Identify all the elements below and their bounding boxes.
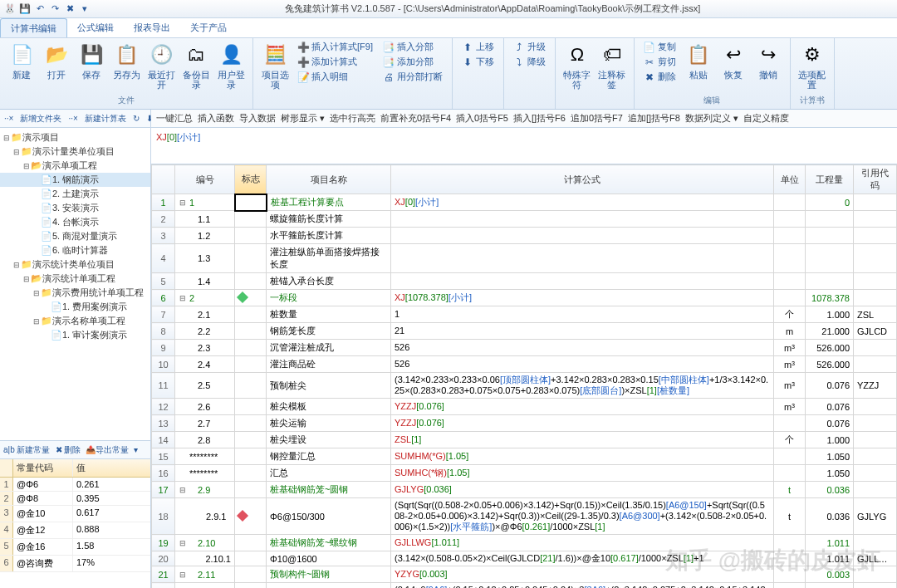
tree-node[interactable]: ⊟📁演示费用统计单项工程 — [0, 286, 150, 300]
ribbon-small-button[interactable]: ➕插入计算式[F9] — [296, 40, 375, 54]
ribbon-small-button[interactable]: ✖删除 — [642, 70, 678, 84]
const-row[interactable]: 3@金100.617 — [0, 506, 150, 522]
saveas-button[interactable]: 📋另存为 — [110, 40, 143, 81]
backup-button[interactable]: 🗂备份目录 — [179, 40, 213, 91]
tree-node[interactable]: 📄1. 钢筋演示 — [0, 173, 150, 187]
open-button[interactable]: 📂打开 — [40, 40, 73, 81]
qat-save-icon[interactable]: 💾 — [18, 2, 32, 16]
ribbon-small-button[interactable]: ⬆上移 — [460, 40, 496, 54]
qat-more-icon[interactable]: ▾ — [78, 2, 91, 16]
login-button[interactable]: 👤用户登录 — [214, 40, 248, 91]
tree-twisty-icon[interactable]: ⊟ — [2, 134, 11, 142]
tree-node[interactable]: 📄4. 台帐演示 — [0, 215, 150, 229]
table-row[interactable]: 41.3灌注桩纵筋单面搭接焊搭接长度 — [152, 244, 897, 273]
tree-twisty-icon[interactable]: ⊟ — [12, 148, 21, 156]
toolbar-button[interactable]: 导入数据 — [239, 112, 276, 125]
table-row[interactable]: 182.9.1Φ6@150/300(Sqrt(Sqr((0.508-2×0.05… — [152, 498, 897, 535]
ribbon-small-button[interactable]: ➕添加计算式 — [296, 55, 375, 69]
special-char-button[interactable]: Ω特殊字符 — [561, 40, 594, 91]
grid-header[interactable]: 编号 — [175, 165, 235, 194]
recent-button[interactable]: 🕘最近打开 — [145, 40, 178, 91]
sidebar-tab-button[interactable]: ··× — [66, 114, 80, 123]
sidebar-tab-button[interactable]: ··× — [2, 114, 16, 123]
tree-node[interactable]: ⊟📁演示统计类单位项目 — [0, 257, 150, 272]
grid-header[interactable]: 项目名称 — [267, 165, 391, 194]
table-row[interactable]: 92.3沉管灌注桩成孔526m³526.000 — [152, 340, 897, 356]
row-twisty-icon[interactable]: ⊟ — [179, 198, 187, 207]
row-twisty-icon[interactable]: ⊟ — [179, 571, 187, 579]
table-row[interactable]: 142.8桩尖埋设ZSL[1]个1.000 — [152, 432, 897, 448]
sidebar-tab-button[interactable]: ↻ — [130, 114, 142, 123]
qat-redo-icon[interactable]: ↷ — [48, 2, 61, 16]
tree-twisty-icon[interactable]: ⊟ — [22, 275, 31, 283]
sidebar-tab-button[interactable]: 新建计算表 — [82, 113, 129, 125]
const-row[interactable]: 1@Φ60.261 — [0, 478, 150, 492]
ribbon-small-button[interactable]: ⤵降级 — [512, 55, 547, 69]
tree-twisty-icon[interactable]: ⊟ — [22, 162, 31, 170]
toolbar-button[interactable]: 自定义精度 — [743, 112, 789, 125]
tree-node[interactable]: ⊟📂演示统计单项工程 — [0, 272, 150, 286]
table-row[interactable]: 19⊟2.10桩基础钢筋笼~螺纹钢GJLLWG[1.011]1.011 — [152, 535, 897, 551]
toolbar-button[interactable]: 数据列定义 ▾ — [685, 112, 738, 125]
table-row[interactable]: 51.4桩锚入承台长度 — [152, 273, 897, 290]
menu-tab[interactable]: 报表导出 — [124, 18, 180, 37]
table-row[interactable]: 1⊟1桩基工程计算要点XJ[0][小计]0 — [152, 194, 897, 211]
const-row[interactable]: 4@金120.888 — [0, 522, 150, 539]
tree-node[interactable]: ⊟📁演示名称单项工程 — [0, 314, 150, 328]
redo2-button[interactable]: ↩恢复 — [717, 40, 750, 81]
table-row[interactable]: 72.1桩数量1个1.000ZSL — [152, 306, 897, 323]
const-row[interactable]: 2@Φ80.395 — [0, 492, 150, 506]
tree-node[interactable]: ⊟📁演示计量类单位项目 — [0, 145, 150, 159]
grid-header[interactable]: 工程量 — [806, 165, 854, 194]
toolbar-button[interactable]: 插入0括号F5 — [456, 112, 508, 125]
table-row[interactable]: 15********钢控量汇总SUMHM(*G)[1.05]1.050 — [152, 448, 897, 465]
tree-node[interactable]: ⊟📁演示项目 — [0, 130, 150, 145]
options-button[interactable]: ⚙选项配置 — [796, 40, 829, 91]
undo2-button[interactable]: ↪撤销 — [752, 40, 785, 81]
qat-close-icon[interactable]: ✖ — [63, 2, 76, 16]
table-row[interactable]: 102.4灌注商品砼526m³526.000 — [152, 356, 897, 373]
ribbon-small-button[interactable]: 📑插入分部 — [381, 40, 444, 54]
toolbar-button[interactable]: 一键汇总 — [156, 112, 193, 125]
ribbon-small-button[interactable]: 🖨用分部打断 — [381, 70, 444, 84]
table-row[interactable]: 17⊟2.9桩基础钢筋笼~圆钢GJLYG[0.036]t0.036 — [152, 482, 897, 498]
tree-twisty-icon[interactable]: ⊟ — [32, 317, 41, 326]
grid-header[interactable]: 引用代码 — [854, 165, 897, 194]
table-row[interactable]: 122.6桩尖模板YZZJ[0.076]m³0.076 — [152, 399, 897, 415]
toolbar-button[interactable]: 选中行高亮 — [330, 112, 375, 125]
export-const-button[interactable]: 📤导出常量 — [86, 444, 129, 456]
toolbar-button[interactable]: 追加0括号F7 — [571, 112, 623, 125]
menu-tab[interactable]: 计算书编辑 — [0, 18, 67, 37]
menu-tab[interactable]: 关于产品 — [180, 18, 237, 37]
row-twisty-icon[interactable]: ⊟ — [179, 294, 187, 302]
row-twisty-icon[interactable]: ⊟ — [179, 486, 187, 494]
toolbar-button[interactable]: 插入函数 — [198, 112, 234, 125]
const-row[interactable]: 5@金161.58 — [0, 539, 150, 556]
table-row[interactable]: 222.11.1Φ6(0.14×9[9A6]+(0.15+0.12+0.25+0… — [152, 583, 897, 589]
paste-button[interactable]: 📋粘贴 — [682, 40, 715, 81]
table-row[interactable]: 21.1螺旋箍筋长度计算 — [152, 211, 897, 228]
toolbar-button[interactable]: 追加[]括号F8 — [628, 112, 680, 125]
grid-header[interactable] — [152, 165, 175, 194]
ribbon-small-button[interactable]: ⤴升级 — [512, 40, 547, 54]
row-twisty-icon[interactable]: ⊟ — [179, 539, 187, 547]
ribbon-small-button[interactable]: ✂剪切 — [642, 55, 678, 69]
table-row[interactable]: 202.10.1Φ10@1600(3.142×(0.508-0.05×2)×Ce… — [152, 551, 897, 566]
table-row[interactable]: 31.2水平箍筋长度计算 — [152, 228, 897, 244]
tree-node[interactable]: 📄1. 审计案例演示 — [0, 328, 150, 342]
tree-node[interactable]: ⊟📂演示单项工程 — [0, 159, 150, 173]
table-row[interactable]: 6⊟2一标段XJ[1078.378][小计]1078.378 — [152, 290, 897, 306]
sidebar-tab-button[interactable]: 新增文件夹 — [17, 113, 64, 125]
ribbon-small-button[interactable]: 📑添加分部 — [381, 55, 444, 69]
const-dropdown-icon[interactable]: ▾ — [134, 445, 138, 454]
grid-header[interactable]: 单位 — [774, 165, 806, 194]
tree-node[interactable]: 📄3. 安装演示 — [0, 201, 150, 215]
grid-header[interactable]: 标志 — [235, 165, 267, 194]
ribbon-small-button[interactable]: 📝插入明细 — [296, 70, 375, 84]
comment-button[interactable]: 🏷注释标签 — [596, 40, 629, 91]
table-row[interactable]: 21⊟2.11预制构件~圆钢YZYG[0.003]0.003 — [152, 566, 897, 583]
new-const-button[interactable]: a|b 新建常量 — [3, 444, 51, 456]
new-button[interactable]: 📄新建 — [5, 40, 38, 81]
tree-node[interactable]: 📄5. 商混对量演示 — [0, 229, 150, 243]
tree-twisty-icon[interactable]: ⊟ — [32, 289, 41, 297]
